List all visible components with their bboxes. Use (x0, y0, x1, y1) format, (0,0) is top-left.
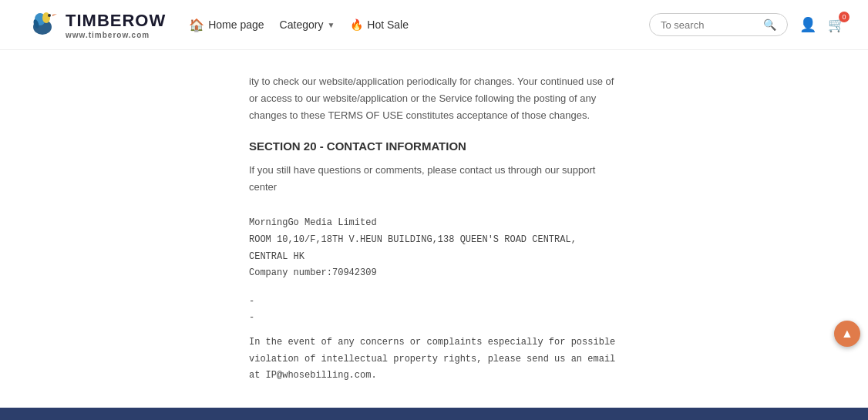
nav-category[interactable]: Category ▼ (280, 18, 335, 31)
nav-home[interactable]: 🏠 Home page (189, 18, 264, 32)
svg-point-3 (48, 14, 51, 17)
nav-category-label: Category (280, 18, 324, 31)
chevron-down-icon: ▼ (327, 21, 335, 29)
search-button[interactable]: 🔍 (763, 18, 776, 31)
section20-title: SECTION 20 - CONTACT INFORMATION (249, 139, 619, 153)
scroll-to-top-button[interactable]: ▲ (834, 321, 860, 347)
nav-hot-sale[interactable]: 🔥 Hot Sale (350, 18, 409, 31)
logo[interactable]: TIMBEROW www.timberow.com (23, 5, 166, 44)
company-info: MorningGo Media Limited ROOM 10,10/F,18T… (249, 215, 619, 281)
site-header: TIMBEROW www.timberow.com 🏠 Home page Ca… (0, 0, 868, 50)
header-icons: 👤 🛒 0 (799, 16, 845, 33)
company-name: MorningGo Media Limited (249, 215, 619, 232)
dash2: - (249, 310, 619, 327)
section20-body: If you still have questions or comments,… (249, 162, 619, 196)
cart-icon-button[interactable]: 🛒 0 (828, 16, 845, 33)
nav-home-label: Home page (208, 18, 264, 31)
fire-icon: 🔥 (350, 18, 363, 31)
cart-badge: 0 (839, 12, 849, 22)
main-content: ity to check our website/application per… (0, 50, 868, 408)
dash1: - (249, 294, 619, 311)
home-icon: 🏠 (189, 18, 204, 32)
svg-marker-4 (52, 14, 57, 16)
search-input[interactable] (661, 19, 763, 31)
search-bar[interactable]: 🔍 (649, 13, 788, 36)
logo-text: TIMBEROW www.timberow.com (66, 11, 166, 39)
company-address: ROOM 10,10/F,18TH V.HEUN BUILDING,138 QU… (249, 232, 619, 265)
logo-bird-icon (23, 5, 62, 44)
footer-features: Worldwide Shipping Payment security 24H … (0, 408, 868, 420)
logo-name: TIMBEROW (66, 11, 166, 31)
logo-sub: www.timberow.com (66, 31, 166, 39)
dash-lines: - - (249, 294, 619, 327)
user-icon-button[interactable]: 👤 (799, 16, 816, 33)
content-area: ity to check our website/application per… (234, 66, 634, 392)
main-nav: 🏠 Home page Category ▼ 🔥 Hot Sale (189, 18, 649, 32)
scroll-top-icon: ▲ (841, 327, 853, 341)
violation-text: In the event of any concerns or complain… (249, 334, 619, 385)
company-number: Company number:70942309 (249, 265, 619, 282)
intro-text: ity to check our website/application per… (249, 73, 619, 124)
nav-hot-sale-label: Hot Sale (367, 18, 409, 31)
